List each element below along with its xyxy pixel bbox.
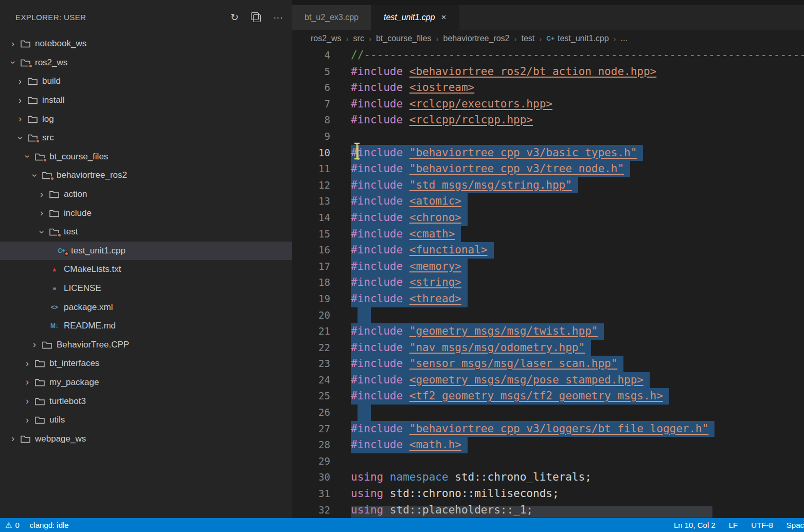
code-line-27[interactable]: 27#include "behaviortree_cpp_v3/loggers/… xyxy=(292,421,804,437)
encoding-status[interactable]: UTF-8 xyxy=(751,521,773,529)
tree-item-label: utils xyxy=(49,415,65,425)
explorer-tree: ›notebook_ws›ros2_ws›build›install›log›s… xyxy=(0,34,292,448)
tree-item-label: install xyxy=(42,95,64,105)
tab-label: test_unit1.cpp xyxy=(384,13,435,22)
tree-folder-my_package[interactable]: ›my_package xyxy=(0,373,292,392)
breadcrumb-item-bt_course_files[interactable]: bt_course_files xyxy=(376,34,432,43)
breadcrumb-item-test_unit1.cpp[interactable]: C+test_unit1.cpp xyxy=(546,34,609,43)
save-all-icon[interactable] xyxy=(251,12,261,22)
tree-folder-bt_interfaces[interactable]: ›bt_interfaces xyxy=(0,354,292,373)
line-number: 30 xyxy=(292,469,330,486)
tab-test_unit1.cpp[interactable]: test_unit1.cpp× xyxy=(371,5,459,30)
code-line-25[interactable]: 25#include <tf2_geometry_msgs/tf2_geomet… xyxy=(292,388,804,405)
code-line-17[interactable]: 17#include <memory> xyxy=(292,259,804,275)
tree-file-README.md[interactable]: M↓README.md xyxy=(0,317,292,336)
code-line-9[interactable]: 9 xyxy=(292,129,804,145)
line-number: 4 xyxy=(292,47,330,64)
tree-folder-src[interactable]: ›src xyxy=(0,129,292,148)
tree-file-CMakeLists.txt[interactable]: ▲CMakeLists.txt xyxy=(0,260,292,279)
tree-folder-ros2_ws[interactable]: ›ros2_ws xyxy=(0,53,292,72)
cursor-position-status[interactable]: Ln 10, Col 2 xyxy=(674,521,716,529)
code-line-4[interactable]: 4//-------------------------------------… xyxy=(292,47,804,64)
tree-folder-BehaviorTree.CPP[interactable]: ›BehaviorTree.CPP xyxy=(0,336,292,355)
line-number: 8 xyxy=(292,112,330,129)
breadcrumb-item-...[interactable]: ... xyxy=(621,34,628,43)
tree-file-package.xml[interactable]: <>package.xml xyxy=(0,298,292,317)
tree-folder-utils[interactable]: ›utils xyxy=(0,411,292,430)
tree-folder-webpage_ws[interactable]: ›webpage_ws xyxy=(0,429,292,448)
code-line-5[interactable]: 5#include <behaviortree_ros2/bt_action_n… xyxy=(292,64,804,80)
code-line-7[interactable]: 7#include <rclcpp/executors.hpp> xyxy=(292,96,804,113)
code-token: #include xyxy=(351,276,409,288)
problems-status[interactable]: ⚠ 0 xyxy=(5,521,20,530)
more-actions-icon[interactable]: ··· xyxy=(273,12,283,22)
code-line-10[interactable]: 10#include "behaviortree_cpp_v3/basic_ty… xyxy=(292,145,804,161)
tree-folder-bt_course_files[interactable]: ›bt_course_files xyxy=(0,148,292,167)
tab-bt_u2_ex3.cpp[interactable]: bt_u2_ex3.cpp xyxy=(292,5,371,30)
code-text: #include "geometry_msgs/msg/twist.hpp" xyxy=(351,323,604,340)
breadcrumb-item-behaviortree_ros2[interactable]: behaviortree_ros2 xyxy=(443,34,510,43)
git-modified-dot xyxy=(50,176,55,181)
line-number: 28 xyxy=(292,437,330,453)
folder-icon xyxy=(26,134,40,142)
tree-folder-behaviortree_ros2[interactable]: ›behaviortree_ros2 xyxy=(0,166,292,185)
tree-folder-notebook_ws[interactable]: ›notebook_ws xyxy=(0,34,292,53)
tree-folder-action[interactable]: ›action xyxy=(0,185,292,204)
tree-folder-install[interactable]: ›install xyxy=(0,91,292,110)
tree-folder-include[interactable]: ›include xyxy=(0,204,292,223)
code-line-30[interactable]: 30using namespace std::chrono_literals; xyxy=(292,469,804,486)
breadcrumb-label: ros2_ws xyxy=(311,34,342,43)
line-number: 26 xyxy=(292,405,330,421)
code-line-29[interactable]: 29 xyxy=(292,453,804,470)
md-file-icon: M↓ xyxy=(47,322,61,329)
breadcrumb-label: test xyxy=(522,34,535,43)
code-line-8[interactable]: 8#include <rclcpp/rclcpp.hpp> xyxy=(292,112,804,129)
close-icon[interactable]: × xyxy=(441,12,446,23)
indentation-status[interactable]: Spac xyxy=(787,521,804,529)
chevron-right-icon: › xyxy=(22,377,33,388)
code-line-24[interactable]: 24#include <geometry_msgs/msg/pose_stamp… xyxy=(292,372,804,389)
tree-folder-turtlebot3[interactable]: ›turtlebot3 xyxy=(0,392,292,411)
code-line-12[interactable]: 12#include "std_msgs/msg/string.hpp" xyxy=(292,177,804,194)
code-line-14[interactable]: 14#include <chrono> xyxy=(292,210,804,226)
eol-status[interactable]: LF xyxy=(729,521,738,529)
tree-folder-test[interactable]: ›test xyxy=(0,223,292,242)
chevron-right-icon: › xyxy=(7,433,19,444)
horizontal-scrollbar[interactable] xyxy=(351,506,712,518)
code-line-20[interactable]: 20 xyxy=(292,307,804,324)
code-line-28[interactable]: 28#include <math.h> xyxy=(292,437,804,453)
tree-file-LICENSE[interactable]: ≡LICENSE xyxy=(0,279,292,298)
folder-icon xyxy=(19,40,32,48)
code-line-11[interactable]: 11#include "behaviortree_cpp_v3/tree_nod… xyxy=(292,161,804,177)
code-line-22[interactable]: 22#include "nav_msgs/msg/odometry.hpp" xyxy=(292,340,804,356)
code-line-26[interactable]: 26 xyxy=(292,405,804,421)
line-number: 23 xyxy=(292,356,330,372)
breadcrumb-item-src[interactable]: src xyxy=(353,34,364,43)
clangd-status[interactable]: clangd: idle xyxy=(30,521,69,529)
tree-folder-build[interactable]: ›build xyxy=(0,72,292,91)
tree-item-label: BehaviorTree.CPP xyxy=(57,340,129,350)
code-line-31[interactable]: 31using std::chrono::milliseconds; xyxy=(292,486,804,502)
code-line-18[interactable]: 18#include <string> xyxy=(292,274,804,291)
code-text: #include <behaviortree_ros2/bt_action_no… xyxy=(351,64,656,80)
breadcrumb-item-ros2_ws[interactable]: ros2_ws xyxy=(311,34,342,43)
code-token: <atomic> xyxy=(409,195,461,207)
tree-file-test_unit1.cpp[interactable]: C+test_unit1.cpp xyxy=(0,242,292,261)
code-line-6[interactable]: 6#include <iostream> xyxy=(292,80,804,96)
code-editor[interactable]: 4//-------------------------------------… xyxy=(292,47,804,518)
folder-icon xyxy=(26,77,40,85)
code-line-23[interactable]: 23#include "sensor_msgs/msg/laser_scan.h… xyxy=(292,356,804,372)
code-line-13[interactable]: 13#include <atomic> xyxy=(292,193,804,210)
breadcrumb-item-test[interactable]: test xyxy=(522,34,535,43)
code-token: "behaviortree_cpp_v3/basic_types.h" xyxy=(409,146,637,159)
code-text: #include <rclcpp/rclcpp.hpp> xyxy=(351,112,533,129)
refresh-explorer-icon[interactable]: ↻ xyxy=(230,12,239,22)
code-line-21[interactable]: 21#include "geometry_msgs/msg/twist.hpp" xyxy=(292,323,804,340)
code-line-15[interactable]: 15#include <cmath> xyxy=(292,226,804,243)
selection-highlight: #include "behaviortree_cpp_v3/basic_type… xyxy=(351,145,643,161)
folder-icon xyxy=(26,96,40,104)
line-number: 27 xyxy=(292,421,330,437)
tree-folder-log[interactable]: ›log xyxy=(0,109,292,129)
code-line-16[interactable]: 16#include <functional> xyxy=(292,242,804,259)
code-line-19[interactable]: 19#include <thread> xyxy=(292,291,804,307)
